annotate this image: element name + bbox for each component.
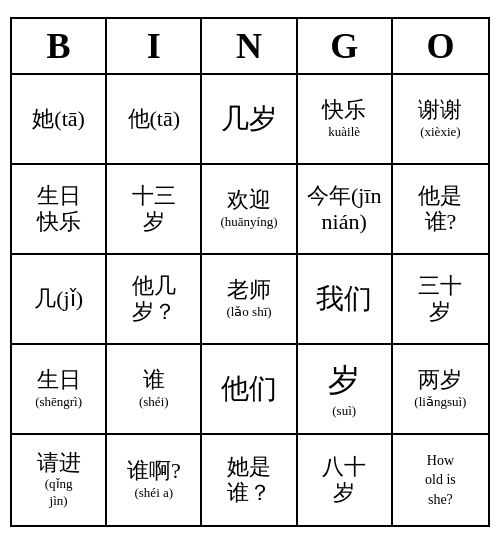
bingo-cell-24[interactable]: How old is she? [393, 435, 488, 525]
bingo-cell-15[interactable]: 生日(shēngrì) [12, 345, 107, 435]
bingo-cell-11[interactable]: 他几 岁？ [107, 255, 202, 345]
bingo-cell-10[interactable]: 几(jǐ) [12, 255, 107, 345]
bingo-cell-22[interactable]: 她是 谁？ [202, 435, 297, 525]
bingo-cell-3[interactable]: 快乐kuàilè [298, 75, 393, 165]
header-o: O [393, 19, 488, 73]
bingo-cell-17[interactable]: 他们 [202, 345, 297, 435]
header-g: G [298, 19, 393, 73]
bingo-cell-7[interactable]: 欢迎(huānyíng) [202, 165, 297, 255]
bingo-header: B I N G O [12, 19, 488, 75]
bingo-cell-1[interactable]: 他(tā) [107, 75, 202, 165]
bingo-cell-16[interactable]: 谁(shéi) [107, 345, 202, 435]
bingo-cell-4[interactable]: 谢谢(xièxie) [393, 75, 488, 165]
bingo-cell-20[interactable]: 请进(qǐng jìn) [12, 435, 107, 525]
bingo-cell-8[interactable]: 今年(jīn nián) [298, 165, 393, 255]
bingo-cell-23[interactable]: 八十 岁 [298, 435, 393, 525]
bingo-cell-12[interactable]: 老师(lǎo shī) [202, 255, 297, 345]
bingo-cell-14[interactable]: 三十 岁 [393, 255, 488, 345]
bingo-cell-5[interactable]: 生日 快乐 [12, 165, 107, 255]
bingo-cell-19[interactable]: 两岁(liǎngsuì) [393, 345, 488, 435]
bingo-cell-0[interactable]: 她(tā) [12, 75, 107, 165]
header-n: N [202, 19, 297, 73]
header-b: B [12, 19, 107, 73]
header-i: I [107, 19, 202, 73]
bingo-cell-21[interactable]: 谁啊?(shéi a) [107, 435, 202, 525]
bingo-cell-2[interactable]: 几岁 [202, 75, 297, 165]
bingo-cell-6[interactable]: 十三 岁 [107, 165, 202, 255]
bingo-card: B I N G O 她(tā)他(tā)几岁快乐kuàilè谢谢(xièxie)… [10, 17, 490, 527]
bingo-cell-9[interactable]: 他是 谁? [393, 165, 488, 255]
bingo-cell-18[interactable]: 岁(suì) [298, 345, 393, 435]
bingo-cell-13[interactable]: 我们 [298, 255, 393, 345]
bingo-grid: 她(tā)他(tā)几岁快乐kuàilè谢谢(xièxie)生日 快乐十三 岁欢… [12, 75, 488, 525]
